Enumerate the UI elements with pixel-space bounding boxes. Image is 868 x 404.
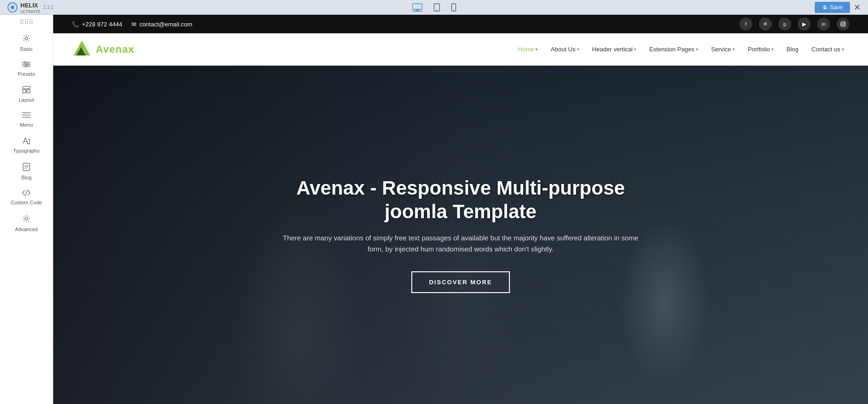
youtube-icon[interactable]: ▶ (798, 18, 811, 31)
desktop-device-icon[interactable] (412, 3, 422, 12)
header-vertical-chevron: ▾ (634, 47, 636, 52)
sidebar-item-menu[interactable]: Menu (0, 107, 53, 132)
website-preview: 📞 +228 872 4444 ✉ contact@email.com f ✕ … (53, 15, 868, 404)
nav-item-contact[interactable]: Contact us ▾ (806, 42, 849, 56)
nav-item-about[interactable]: About Us ▾ (545, 42, 584, 56)
linkedin-icon[interactable]: in (817, 18, 830, 31)
svg-rect-7 (824, 7, 826, 9)
nav-item-blog[interactable]: Blog (781, 42, 804, 56)
site-email-contact: ✉ contact@email.com (131, 21, 192, 28)
site-topbar-left: 📞 +228 872 4444 ✉ contact@email.com (72, 21, 192, 28)
logo-graphic (72, 41, 92, 58)
nav-item-extension-pages[interactable]: Extension Pages ▾ (644, 42, 704, 56)
svg-rect-0 (413, 4, 422, 9)
site-phone-contact: 📞 +228 872 4444 (72, 21, 122, 28)
device-switcher (412, 3, 456, 12)
phone-icon: 📞 (72, 21, 79, 28)
menu-icon (22, 112, 31, 120)
svg-point-14 (27, 63, 29, 65)
sidebar-item-blog[interactable]: Blog (0, 158, 53, 185)
hero-cta-button[interactable]: DISCOVER MORE (411, 271, 510, 293)
svg-point-29 (25, 217, 28, 220)
top-bar-actions: Save ✕ (815, 2, 861, 13)
site-navigation: Home ▾ About Us ▾ Header vertical ▾ Exte… (513, 42, 849, 56)
about-chevron: ▾ (577, 47, 579, 52)
tablet-device-icon[interactable] (434, 3, 440, 12)
home-chevron: ▾ (535, 47, 538, 52)
site-logo-text: Avenax (96, 43, 134, 55)
service-chevron: ▾ (732, 47, 735, 52)
save-button[interactable]: Save (815, 2, 850, 13)
close-button[interactable]: ✕ (854, 2, 861, 12)
facebook-icon[interactable]: f (739, 18, 752, 31)
svg-point-6 (453, 10, 454, 11)
top-bar: HELIX ULTIMATE 2.1.1 (0, 0, 868, 15)
hero-content: Avenax - Responsive Multi-purpose joomla… (253, 177, 669, 293)
hero-title: Avenax - Responsive Multi-purpose joomla… (271, 177, 651, 223)
svg-point-13 (24, 61, 26, 63)
sidebar-item-advanced[interactable]: Advanced (0, 210, 53, 237)
svg-point-32 (844, 22, 845, 23)
nav-item-portfolio[interactable]: Portfolio ▾ (742, 42, 779, 56)
nav-item-home[interactable]: Home ▾ (513, 42, 544, 56)
hero-subtitle: There are many variations of simply free… (276, 233, 646, 255)
site-hero: Avenax - Responsive Multi-purpose joomla… (53, 66, 868, 404)
svg-point-15 (25, 65, 27, 67)
twitter-x-icon[interactable]: ✕ (759, 18, 772, 31)
nav-item-service[interactable]: Service ▾ (706, 42, 740, 56)
top-bar-left: HELIX ULTIMATE 2.1.1 (7, 1, 53, 14)
sidebar-item-typography[interactable]: Typography (0, 132, 53, 158)
helix-logo-text: HELIX ULTIMATE (20, 1, 40, 14)
sidebar: ⠿⠿⠿ Basic Presets (0, 15, 53, 404)
helix-logo: HELIX ULTIMATE 2.1.1 (7, 1, 53, 14)
svg-rect-8 (824, 6, 825, 7)
svg-point-4 (436, 10, 437, 11)
sidebar-item-basic[interactable]: Basic (0, 30, 53, 56)
instagram-icon[interactable] (837, 18, 849, 31)
mobile-device-icon[interactable] (451, 3, 456, 12)
svg-rect-18 (27, 90, 30, 93)
pinterest-icon[interactable]: p (778, 18, 791, 31)
blog-icon (23, 163, 30, 173)
nav-item-header-vertical[interactable]: Header vertical ▾ (587, 42, 642, 56)
sidebar-item-layout[interactable]: Layout (0, 81, 53, 107)
sidebar-item-presets[interactable]: Presets (0, 56, 53, 81)
portfolio-chevron: ▾ (771, 47, 774, 52)
site-navbar: Avenax Home ▾ About Us ▾ Header vertical… (53, 33, 868, 66)
site-email: contact@email.com (139, 21, 192, 28)
sidebar-item-custom-code[interactable]: Custom Code (0, 185, 53, 210)
svg-point-9 (25, 37, 28, 40)
site-logo: Avenax (72, 41, 134, 58)
site-social-icons: f ✕ p ▶ in (739, 18, 849, 31)
sidebar-drag-handle[interactable]: ⠿⠿⠿ (19, 18, 33, 26)
advanced-icon (22, 214, 31, 225)
svg-line-28 (25, 190, 27, 196)
custom-code-icon (22, 190, 31, 198)
svg-point-31 (842, 23, 844, 25)
email-icon: ✉ (131, 21, 136, 28)
basic-icon (22, 34, 31, 44)
typography-icon (22, 137, 31, 146)
presets-icon (22, 61, 31, 69)
helix-logo-circle (7, 2, 18, 12)
svg-rect-17 (23, 90, 26, 93)
site-phone: +228 872 4444 (82, 21, 122, 28)
site-topbar: 📞 +228 872 4444 ✉ contact@email.com f ✕ … (53, 15, 868, 33)
main-area: 📞 +228 872 4444 ✉ contact@email.com f ✕ … (53, 15, 868, 404)
contact-chevron: ▾ (842, 47, 844, 52)
svg-rect-16 (23, 86, 30, 89)
extension-pages-chevron: ▾ (696, 47, 698, 52)
helix-circle-inner (11, 6, 14, 9)
layout-icon (22, 86, 31, 95)
